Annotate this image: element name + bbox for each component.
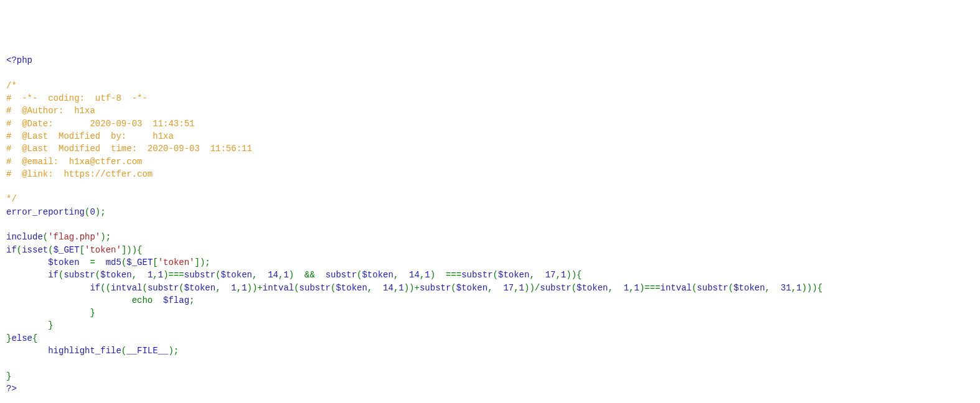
kw-echo: echo	[132, 295, 153, 305]
bracket: ]);	[195, 257, 210, 267]
num: 14	[383, 283, 393, 293]
var-flag: $flag	[163, 295, 189, 305]
brace: {	[32, 333, 37, 343]
comma: ,	[608, 283, 623, 293]
code-block: <?php /* # -*- coding: utf-8 -*- # @Auth…	[6, 54, 980, 395]
fn-intval: intval	[661, 283, 692, 293]
kw-else: else	[11, 333, 32, 343]
paren: (	[294, 283, 299, 293]
bracket: [	[80, 245, 85, 255]
str-token: 'token'	[158, 257, 195, 267]
paren: (	[121, 346, 126, 356]
paren: (	[17, 245, 22, 255]
comma: ,	[555, 270, 560, 280]
comment-line: # @Last Modified by: h1xa	[6, 131, 174, 141]
kw-if: if	[6, 245, 17, 255]
str-flag-php: 'flag.php'	[48, 232, 100, 242]
paren: ((	[100, 283, 111, 293]
fn-md5: md5	[106, 257, 121, 267]
paren: (	[728, 283, 733, 293]
str-token: 'token'	[85, 245, 121, 255]
paren: (	[179, 283, 184, 293]
var-token: $token	[100, 270, 131, 280]
kw-if: if	[48, 270, 59, 280]
num: 1	[231, 283, 236, 293]
var-get: $_GET	[126, 257, 153, 267]
num: 14	[268, 270, 278, 280]
comment-line: # @email: h1xa@ctfer.com	[6, 157, 142, 167]
fn-substr: substr	[420, 283, 451, 293]
comma: ,	[629, 283, 634, 293]
comment-line: # @Author: h1xa	[6, 106, 95, 116]
kw-if: if	[90, 283, 100, 293]
comma: ,	[132, 270, 148, 280]
comment-line: # @Date: 2020-09-03 11:43:51	[6, 119, 194, 129]
comma: ,	[529, 270, 545, 280]
comma: ,	[488, 283, 503, 293]
paren: (	[493, 270, 498, 280]
comma: ,	[765, 283, 781, 293]
paren: (	[95, 270, 100, 280]
comment-line: # @Last Modified time: 2020-09-03 11:56:…	[6, 144, 252, 154]
kw-include: include	[6, 232, 43, 242]
comma: ,	[514, 283, 519, 293]
bracket: ])){	[121, 245, 143, 255]
paren: (	[572, 283, 577, 293]
fn-intval: intval	[263, 283, 294, 293]
num: 1	[158, 270, 163, 280]
const-file: __FILE__	[126, 346, 168, 356]
paren: ))/	[524, 283, 540, 293]
php-close-tag: ?>	[6, 384, 17, 394]
num: 1	[634, 283, 639, 293]
paren: );	[100, 232, 111, 242]
var-token: $token	[184, 283, 215, 293]
paren: (	[215, 270, 220, 280]
fn-substr: substr	[326, 270, 357, 280]
fn-intval: intval	[111, 283, 142, 293]
comma: ,	[367, 283, 383, 293]
comment-line: # @link: https://ctfer.com	[6, 169, 153, 179]
fn-isset: isset	[22, 245, 48, 255]
fn-substr: substr	[64, 270, 95, 280]
php-open-tag: <?php	[6, 55, 32, 65]
paren: (	[451, 283, 456, 293]
num: 1	[425, 270, 430, 280]
var-token: $token	[362, 270, 393, 280]
comment-close: */	[6, 194, 17, 204]
fn-highlight-file: highlight_file	[48, 346, 121, 356]
paren: );	[168, 346, 179, 356]
comma: ,	[393, 270, 409, 280]
brace: }	[48, 320, 53, 330]
var-token: $token	[48, 257, 79, 267]
paren: )===	[163, 270, 184, 280]
num: 1	[283, 270, 288, 280]
sp	[153, 295, 163, 305]
num: 1	[624, 283, 629, 293]
paren: )===	[639, 283, 661, 293]
paren: (	[142, 283, 147, 293]
paren: (	[48, 245, 53, 255]
fn-substr: substr	[299, 283, 331, 293]
num: 1	[398, 283, 403, 293]
op: =	[80, 257, 106, 267]
fn-substr: substr	[461, 270, 492, 280]
paren: ) ===	[430, 270, 461, 280]
num: 1	[519, 283, 524, 293]
comma: ,	[237, 283, 242, 293]
num: 17	[503, 283, 514, 293]
comment-open: /*	[6, 81, 17, 91]
paren: ))){	[801, 283, 822, 293]
semi: ;	[189, 295, 194, 305]
fn-substr: substr	[697, 283, 728, 293]
fn-substr: substr	[540, 283, 571, 293]
var-token: $token	[733, 283, 765, 293]
bracket: [	[153, 257, 158, 267]
comma: ,	[252, 270, 268, 280]
comma: ,	[215, 283, 231, 293]
fn-error-reporting: error_reporting	[6, 207, 85, 217]
num: 17	[545, 270, 556, 280]
var-token: $token	[336, 283, 367, 293]
fn-substr: substr	[184, 270, 215, 280]
num: 31	[781, 283, 791, 293]
paren: ) &&	[289, 270, 326, 280]
